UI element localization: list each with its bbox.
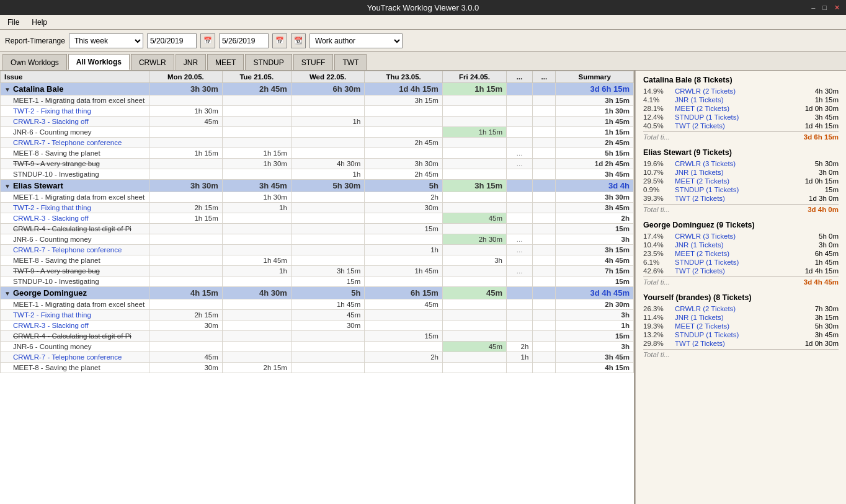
tab-all-worklogs[interactable]: All Worklogs [68,54,130,70]
category-percent: 19.3% [643,322,671,330]
category-label: MEET (2 Tickets) [675,322,762,330]
time-cell [222,138,291,148]
total-label: Total ti... [643,278,670,286]
category-label: CRWLR (3 Tickets) [675,160,762,167]
issue-link[interactable]: CRWLR-7 - Telephone conference [13,246,122,254]
time-cell: 1h 15m [149,148,223,159]
col-fri: Fri 24.05. [442,71,506,83]
person-category-row: 6.1%STNDUP (1 Tickets)1h 45m [643,258,839,267]
category-label: TWT (2 Tickets) [675,122,762,130]
time-cell: 1h 30m [556,106,634,117]
person-category-row: 19.3%MEET (2 Tickets)5h 30m [643,322,839,330]
calendar-range-button[interactable]: 📆 [291,33,306,48]
time-cell [222,213,291,224]
issue-link[interactable]: CRWLR-7 - Telephone conference [13,139,122,146]
time-cell [507,127,533,138]
time-cell [533,213,556,224]
time-cell [291,192,364,203]
person-section: Catalina Bale (8 Tickets)14.9%CRWLR (2 T… [643,76,839,141]
table-row: TWT-9 - A very strange bug1h 30m4h 30m3h… [1,159,634,169]
col-thu: Thu 23.05. [365,71,443,83]
category-percent: 10.4% [643,241,671,249]
issue-text: MEET-8 - Saving the planet [13,149,100,157]
person-header: Catalina Bale (8 Tickets) [643,76,839,84]
time-cell [222,321,291,331]
close-button[interactable]: ✕ [832,4,842,12]
category-time: 1d 0h 15m [805,177,839,185]
time-cell [533,224,556,234]
worklog-table: Issue Mon 20.05. Tue 21.05. Wed 22.05. T… [0,71,634,373]
col-dots2: ... [533,71,556,83]
tab-own-worklogs[interactable]: Own Worklogs [2,54,67,70]
time-cell [442,363,506,373]
time-cell: 3h [556,234,634,245]
issue-link[interactable]: TWT-2 - Fixing that thing [13,107,91,115]
category-percent: 23.5% [643,250,671,257]
category-time: 3h 0m [819,169,839,176]
time-cell: 45m [149,117,223,127]
group-name: ▼Elias Stewart [1,180,149,192]
person-total: Total ti...3d 4h 45m [643,276,839,286]
time-cell: 1d 2h 45m [556,159,634,169]
tab-stuff[interactable]: STUFF [293,54,334,70]
time-cell: 1h 15m [222,148,291,159]
time-cell [533,169,556,180]
issue-link[interactable]: CRWLR-7 - Telephone conference [13,353,122,361]
person-category-row: 28.1%MEET (2 Tickets)1d 0h 30m [643,104,839,113]
issue-link[interactable]: TWT-2 - Fixing that thing [13,311,91,319]
menu-file[interactable]: File [4,17,23,28]
time-cell [533,352,556,363]
time-cell [533,276,556,287]
time-cell [442,95,506,106]
date-from-input[interactable] [147,33,197,48]
issue-link[interactable]: CRWLR-3 - Slacking off [13,322,89,329]
person-category-row: 23.5%MEET (2 Tickets)6h 45m [643,249,839,258]
time-cell: 3h 30m [556,192,634,203]
time-cell: 3h 45m [556,203,634,213]
issue-link[interactable]: CRWLR-3 - Slacking off [13,118,89,125]
group-total-cell: 6h 15m [365,287,443,299]
menu-help[interactable]: Help [28,17,51,28]
time-cell [507,310,533,321]
time-cell: 4h 45m [556,255,634,266]
issue-link[interactable]: CRWLR-3 - Slacking off [13,214,89,222]
table-row: MEET-1 - Migrating data from excel sheet… [1,299,634,310]
category-time: 3h 45m [815,113,839,121]
time-cell [533,234,556,245]
timerange-select[interactable]: This week Last week This month Custom [69,33,143,48]
tab-meet[interactable]: MEET [207,54,244,70]
issue-text: MEET-1 - Migrating data from excel sheet [13,97,145,104]
calendar-to-button[interactable]: 📅 [272,33,287,48]
workauthor-select[interactable]: Work author Catalina Bale Elias Stewart … [309,33,403,48]
time-cell [533,299,556,310]
minimize-button[interactable]: – [809,4,817,12]
time-cell [533,106,556,117]
date-to-input[interactable] [219,33,269,48]
time-cell [222,299,291,310]
time-cell [442,117,506,127]
calendar-from-button[interactable]: 📅 [200,33,215,48]
time-cell [222,245,291,255]
tab-crwlr[interactable]: CRWLR [131,54,174,70]
issue-link[interactable]: TWT-2 - Fixing that thing [13,204,91,211]
group-total-cell [507,287,533,299]
report-timerange-label: Report-Timerange [5,37,65,45]
time-cell [222,117,291,127]
time-cell [365,234,443,245]
issue-cell: MEET-1 - Migrating data from excel sheet [1,299,149,310]
person-total: Total ti...3d 6h 15m [643,131,839,141]
time-cell: 1h [365,245,443,255]
tab-twt[interactable]: TWT [334,54,367,70]
category-label: MEET (2 Tickets) [675,105,762,112]
tab-jnr[interactable]: JNR [176,54,206,70]
total-label: Total ti... [643,133,670,141]
table-area[interactable]: Issue Mon 20.05. Tue 21.05. Wed 22.05. T… [0,71,635,504]
maximize-button[interactable]: □ [820,4,829,12]
group-total-cell: 5h [291,287,364,299]
time-cell [291,127,364,138]
tab-stndup[interactable]: STNDUP [245,54,292,70]
person-category-row: 14.9%CRWLR (2 Tickets)4h 30m [643,87,839,95]
time-cell [533,117,556,127]
issue-cell: JNR-6 - Counting money [1,342,149,352]
time-cell: 5h 15m [556,148,634,159]
